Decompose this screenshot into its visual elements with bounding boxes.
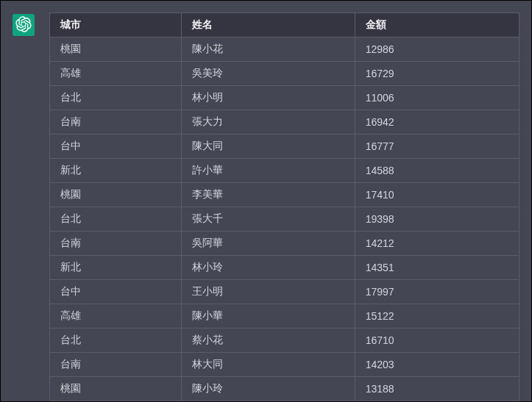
cell-amount: 14588 bbox=[355, 159, 519, 183]
cell-amount: 16942 bbox=[355, 110, 519, 134]
table-row: 桃園陳小花12986 bbox=[50, 37, 519, 62]
cell-city: 桃園 bbox=[50, 377, 182, 401]
cell-name: 王小明 bbox=[181, 280, 355, 304]
message-container: 城市 姓名 金額 桃園陳小花12986高雄吳美玲16729台北林小明11006台… bbox=[13, 12, 519, 401]
cell-name: 林大同 bbox=[181, 353, 355, 377]
cell-name: 陳小華 bbox=[181, 304, 355, 329]
cell-name: 蔡小花 bbox=[181, 329, 355, 353]
cell-city: 台中 bbox=[50, 280, 182, 304]
header-name: 姓名 bbox=[181, 13, 355, 37]
cell-amount: 17410 bbox=[355, 183, 519, 207]
table-row: 台南林大同14203 bbox=[50, 353, 519, 377]
table-row: 桃園陳小玲13188 bbox=[50, 377, 519, 401]
cell-name: 許小華 bbox=[181, 159, 355, 183]
table-row: 台中陳大同16777 bbox=[50, 134, 519, 159]
cell-name: 林小明 bbox=[181, 86, 355, 110]
table-row: 桃園李美華17410 bbox=[50, 183, 519, 207]
cell-city: 高雄 bbox=[50, 62, 182, 86]
cell-amount: 17997 bbox=[355, 280, 519, 304]
cell-city: 台北 bbox=[50, 207, 182, 231]
cell-amount: 12986 bbox=[355, 37, 519, 62]
data-table: 城市 姓名 金額 桃園陳小花12986高雄吳美玲16729台北林小明11006台… bbox=[49, 12, 519, 401]
cell-city: 新北 bbox=[50, 159, 182, 183]
table-row: 新北許小華14588 bbox=[50, 159, 519, 183]
cell-name: 陳大同 bbox=[181, 134, 355, 159]
table-row: 新北林小玲14351 bbox=[50, 256, 519, 280]
table-row: 台中王小明17997 bbox=[50, 280, 519, 304]
cell-amount: 16729 bbox=[355, 62, 519, 86]
cell-amount: 13188 bbox=[355, 377, 519, 401]
cell-name: 張大力 bbox=[181, 110, 355, 134]
cell-amount: 14212 bbox=[355, 231, 519, 256]
cell-name: 李美華 bbox=[181, 183, 355, 207]
cell-name: 陳小花 bbox=[181, 37, 355, 62]
table-row: 台北蔡小花16710 bbox=[50, 329, 519, 353]
cell-name: 吳阿華 bbox=[181, 231, 355, 256]
cell-city: 台北 bbox=[50, 329, 182, 353]
cell-amount: 16777 bbox=[355, 134, 519, 159]
table-row: 台北張大千19398 bbox=[50, 207, 519, 231]
cell-amount: 14203 bbox=[355, 353, 519, 377]
cell-city: 台北 bbox=[50, 86, 182, 110]
cell-city: 台南 bbox=[50, 110, 182, 134]
table-wrapper: 城市 姓名 金額 桃園陳小花12986高雄吳美玲16729台北林小明11006台… bbox=[49, 12, 519, 401]
cell-amount: 15122 bbox=[355, 304, 519, 329]
table-row: 台南吳阿華14212 bbox=[50, 231, 519, 256]
cell-city: 台南 bbox=[50, 231, 182, 256]
table-row: 台南張大力16942 bbox=[50, 110, 519, 134]
cell-city: 高雄 bbox=[50, 304, 182, 329]
cell-amount: 19398 bbox=[355, 207, 519, 231]
cell-city: 桃園 bbox=[50, 183, 182, 207]
header-city: 城市 bbox=[50, 13, 182, 37]
table-row: 台北林小明11006 bbox=[50, 86, 519, 110]
cell-city: 台中 bbox=[50, 134, 182, 159]
cell-city: 台南 bbox=[50, 353, 182, 377]
cell-city: 桃園 bbox=[50, 37, 182, 62]
table-row: 高雄吳美玲16729 bbox=[50, 62, 519, 86]
openai-logo-icon bbox=[15, 16, 32, 35]
header-amount: 金額 bbox=[355, 13, 519, 37]
cell-name: 吳美玲 bbox=[181, 62, 355, 86]
cell-city: 新北 bbox=[50, 256, 182, 280]
assistant-avatar bbox=[13, 14, 35, 36]
cell-name: 林小玲 bbox=[181, 256, 355, 280]
cell-amount: 16710 bbox=[355, 329, 519, 353]
cell-amount: 11006 bbox=[355, 86, 519, 110]
table-header-row: 城市 姓名 金額 bbox=[50, 13, 519, 37]
cell-name: 張大千 bbox=[181, 207, 355, 231]
cell-name: 陳小玲 bbox=[181, 377, 355, 401]
table-row: 高雄陳小華15122 bbox=[50, 304, 519, 329]
cell-amount: 14351 bbox=[355, 256, 519, 280]
